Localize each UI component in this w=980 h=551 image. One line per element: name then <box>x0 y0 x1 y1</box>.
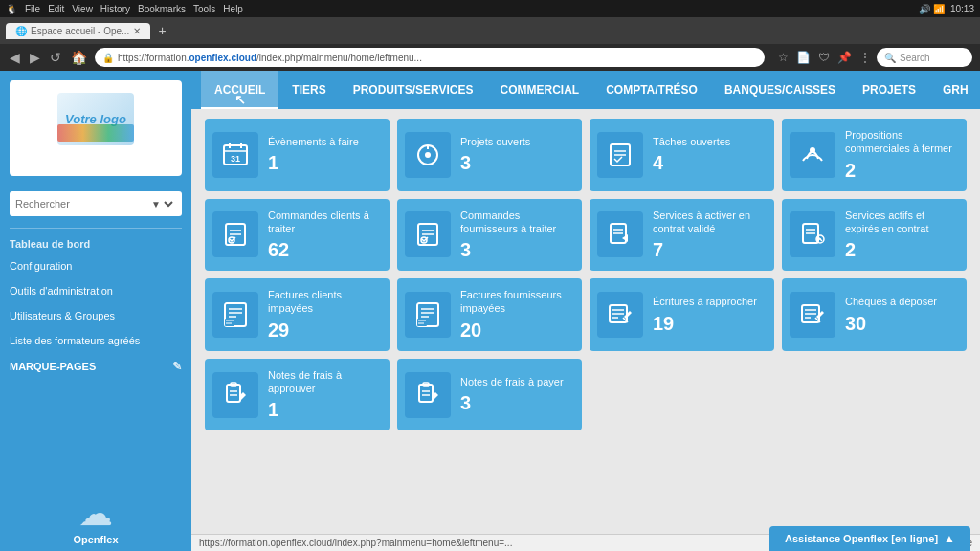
os-menu-help[interactable]: Help <box>223 4 243 14</box>
card-propositions-icon <box>790 132 835 178</box>
card-notes-approuver[interactable]: Notes de frais à approuver 1 <box>205 359 390 431</box>
top-navigation: ACCUEIL ↖ TIERS PRODUITS/SERVICES COMMER… <box>191 71 980 109</box>
card-factures-clients[interactable]: Factures clients impayées 29 <box>205 278 390 351</box>
search-select[interactable]: ▼ <box>147 198 176 210</box>
assistance-button[interactable]: Assistance Openflex [en ligne] ▲ <box>769 526 970 551</box>
card-propositions-count: 2 <box>845 160 957 182</box>
nav-item-commercial[interactable]: COMMERCIAL <box>487 71 593 109</box>
nav-item-tiers[interactable]: TIERS <box>278 71 339 109</box>
reader-icon[interactable]: 📄 <box>796 51 811 64</box>
reload-button[interactable]: ↺ <box>48 50 63 65</box>
card-evenements[interactable]: 31 Évènements à faire 1 <box>205 119 390 191</box>
tab-close-icon[interactable]: ✕ <box>133 26 141 36</box>
sidebar-item-users[interactable]: Utilisateurs & Groupes <box>0 303 191 328</box>
card-services-expir-icon <box>790 211 835 257</box>
card-commandes-clients[interactable]: Commandes clients à traiter 62 <box>205 199 390 272</box>
browser-tab-bar: 🌐 Espace accueil - Ope... ✕ + <box>0 17 980 44</box>
nav-item-compta[interactable]: COMPTA/TRÉSO <box>592 71 711 109</box>
card-commandes-fourn-count: 3 <box>460 239 572 261</box>
shield-icon[interactable]: 🛡 <box>818 51 830 64</box>
card-taches[interactable]: Tâches ouvertes 4 <box>590 119 774 191</box>
new-tab-button[interactable]: + <box>154 23 169 38</box>
os-menu-edit[interactable]: Edit <box>48 4 64 14</box>
card-commandes-clients-count: 62 <box>268 239 380 261</box>
card-ecritures[interactable]: Écritures à rapprocher 19 <box>590 278 774 351</box>
os-menu-view[interactable]: View <box>72 4 93 14</box>
card-factures-fourn[interactable]: Factures fournisseurs impayées 20 <box>397 278 582 351</box>
tab-title: Espace accueil - Ope... <box>31 26 129 36</box>
os-menu-file[interactable]: File <box>25 4 40 14</box>
pin-icon[interactable]: 📌 <box>837 51 852 64</box>
card-ecritures-title: Écritures à rapprocher <box>653 295 765 308</box>
card-services-activer[interactable]: Services à activer en contrat validé 7 <box>590 199 774 272</box>
card-notes-payer-icon <box>405 372 451 418</box>
nav-item-grh[interactable]: GRH <box>929 71 980 109</box>
card-commandes-fourn-info: Commandes fournisseurs à traiter 3 <box>460 209 572 262</box>
main-layout: Votre logo OPENFLEX ▼ Tableau de bord Co… <box>0 71 980 551</box>
card-propositions-title: Propositions commerciales à fermer <box>845 128 957 156</box>
nav-item-produits[interactable]: PRODUITS/SERVICES <box>340 71 487 109</box>
card-services-expir-info: Services actifs et expirés en contrat 2 <box>845 209 957 262</box>
card-notes-payer-info: Notes de frais à payer 3 <box>460 375 572 414</box>
sidebar-search[interactable]: ▼ <box>10 191 182 216</box>
status-url: https://formation.openflex.cloud/index.p… <box>199 538 512 548</box>
more-icon[interactable]: ⋮ <box>859 51 871 64</box>
card-commandes-clients-icon <box>212 211 258 257</box>
assistance-label: Assistance Openflex [en ligne] <box>785 533 938 544</box>
forward-button[interactable]: ▶ <box>28 50 42 65</box>
card-taches-count: 4 <box>653 152 765 174</box>
card-notes-payer-title: Notes de frais à payer <box>460 375 572 388</box>
card-services-expir[interactable]: Services actifs et expirés en contrat 2 <box>782 199 967 272</box>
card-projets-info: Projets ouverts 3 <box>460 135 572 174</box>
sidebar-bottom: ☁ Openflex <box>0 488 191 551</box>
sidebar-item-configuration[interactable]: Configuration <box>0 253 191 278</box>
card-ecritures-count: 19 <box>653 313 765 335</box>
home-button[interactable]: 🏠 <box>69 50 89 65</box>
search-placeholder: Search <box>900 53 930 63</box>
os-bar: 🐧 File Edit View History Bookmarks Tools… <box>0 0 980 17</box>
card-ecritures-icon <box>597 292 643 338</box>
sidebar-item-formateurs[interactable]: Liste des formateurs agréés <box>0 328 191 353</box>
os-menu-tools[interactable]: Tools <box>193 4 215 14</box>
card-evenements-icon: 31 <box>212 132 258 178</box>
card-commandes-clients-info: Commandes clients à traiter 62 <box>268 209 380 262</box>
os-logo: 🐧 <box>6 4 17 14</box>
browser-tab[interactable]: 🌐 Espace accueil - Ope... ✕ <box>6 23 150 39</box>
card-services-activer-info: Services à activer en contrat validé 7 <box>653 209 765 262</box>
card-cheques[interactable]: Chèques à déposer 30 <box>782 278 967 351</box>
card-evenements-count: 1 <box>268 152 380 174</box>
card-commandes-fourn[interactable]: Commandes fournisseurs à traiter 3 <box>397 199 582 272</box>
url-secure-icon: 🔒 <box>102 53 114 63</box>
card-notes-approuver-icon <box>212 372 258 418</box>
card-notes-payer[interactable]: Notes de frais à payer 3 <box>397 359 582 431</box>
card-taches-icon <box>597 132 643 178</box>
card-services-activer-count: 7 <box>653 239 765 261</box>
sidebar-bookmarks[interactable]: MARQUE-PAGES ✎ <box>0 353 191 380</box>
back-button[interactable]: ◀ <box>8 50 22 65</box>
dashboard: 31 Évènements à faire 1 <box>191 109 980 534</box>
card-projets[interactable]: Projets ouverts 3 <box>397 119 582 191</box>
bookmarks-edit-icon[interactable]: ✎ <box>172 360 182 373</box>
card-cheques-title: Chèques à déposer <box>845 295 957 308</box>
os-menu-bookmarks[interactable]: Bookmarks <box>138 4 186 14</box>
card-factures-fourn-icon <box>405 292 451 338</box>
nav-item-accueil[interactable]: ACCUEIL ↖ <box>201 71 278 109</box>
card-services-expir-title: Services actifs et expirés en contrat <box>845 209 957 236</box>
card-taches-info: Tâches ouvertes 4 <box>653 135 765 174</box>
bookmark-star-icon[interactable]: ☆ <box>778 51 789 64</box>
url-input[interactable]: 🔒 https://formation.openflex.cloud/index… <box>95 48 765 67</box>
url-bar: ◀ ▶ ↺ 🏠 🔒 https://formation.openflex.clo… <box>0 44 980 71</box>
card-commandes-fourn-title: Commandes fournisseurs à traiter <box>460 209 572 236</box>
card-cheques-info: Chèques à déposer 30 <box>845 295 957 334</box>
svg-rect-32 <box>225 319 234 326</box>
nav-item-banques[interactable]: BANQUES/CAISSES <box>711 71 849 109</box>
card-factures-fourn-count: 20 <box>460 320 572 342</box>
card-projets-icon <box>405 132 451 178</box>
search-box[interactable]: 🔍 Search <box>877 48 972 67</box>
os-menu-history[interactable]: History <box>100 4 130 14</box>
search-input[interactable] <box>15 198 147 209</box>
nav-item-projets[interactable]: PROJETS <box>849 71 929 109</box>
card-propositions[interactable]: Propositions commerciales à fermer 2 <box>782 119 967 191</box>
svg-point-6 <box>425 152 431 158</box>
sidebar-item-admin[interactable]: Outils d'administration <box>0 278 191 303</box>
